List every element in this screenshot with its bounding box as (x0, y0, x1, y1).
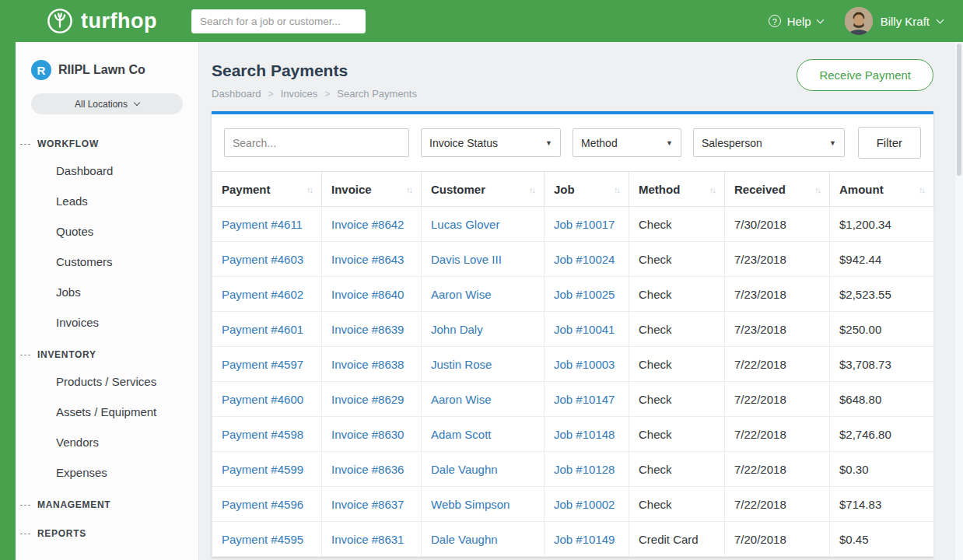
customer-link[interactable]: Webb Simpson (431, 498, 510, 511)
payment-link[interactable]: Payment #4602 (222, 288, 303, 301)
invoice-status-select[interactable]: Invoice Status ▼ (421, 128, 561, 157)
cell-customer: Aaron Wise (422, 277, 545, 312)
column-label: Payment (222, 183, 271, 196)
method-select[interactable]: Method ▼ (573, 128, 681, 157)
cell-job: Job #10002 (545, 487, 629, 522)
payment-link[interactable]: Payment #4600 (222, 393, 303, 406)
customer-link[interactable]: Davis Love III (431, 253, 502, 266)
sidebar-item-jobs[interactable]: Jobs (16, 277, 198, 307)
invoice-link[interactable]: Invoice #8642 (331, 218, 404, 231)
cell-job: Job #10149 (545, 522, 629, 557)
customer-link[interactable]: Dale Vaughn (431, 533, 498, 546)
cell-payment: Payment #4597 (212, 347, 322, 382)
job-link[interactable]: Job #10025 (554, 288, 615, 301)
cell-received: 7/22/2018 (725, 382, 830, 417)
invoice-link[interactable]: Invoice #8629 (331, 393, 404, 406)
invoice-link[interactable]: Invoice #8630 (331, 428, 404, 441)
filter-search-input[interactable] (224, 128, 409, 157)
cell-customer: Dale Vaughn (422, 522, 545, 557)
payment-link[interactable]: Payment #4599 (222, 463, 303, 476)
customer-link[interactable]: Adam Scott (431, 428, 492, 441)
sidebar-item-quotes[interactable]: Quotes (16, 216, 198, 247)
job-link[interactable]: Job #10024 (554, 253, 615, 266)
job-link[interactable]: Job #10041 (554, 323, 615, 336)
sidebar-item-invoices[interactable]: Invoices (16, 307, 198, 338)
salesperson-select[interactable]: Salesperson ▼ (693, 128, 845, 157)
filters-row: Invoice Status ▼ Method ▼ Salesperson ▼ … (212, 114, 933, 171)
column-label: Invoice (331, 183, 372, 196)
dropdown-arrow-icon: ▼ (545, 139, 552, 147)
breadcrumb-item[interactable]: Invoices (281, 88, 318, 100)
payment-link[interactable]: Payment #4598 (222, 428, 303, 441)
job-link[interactable]: Job #10003 (554, 358, 615, 371)
locations-selector[interactable]: All Locations (31, 93, 183, 114)
topbar: turfhop ? Help Billy Kraft (0, 0, 963, 42)
payment-link[interactable]: Payment #4611 (222, 218, 303, 231)
logo-text: turfhop (81, 9, 157, 33)
customer-link[interactable]: Aaron Wise (431, 288, 492, 301)
company-logo: R (31, 60, 51, 80)
cell-received: 7/20/2018 (725, 522, 830, 557)
breadcrumb-item: Search Payments (337, 88, 417, 100)
column-label: Amount (839, 183, 884, 196)
sidebar-item-customers[interactable]: Customers (16, 247, 198, 277)
payment-link[interactable]: Payment #4596 (222, 498, 303, 511)
customer-link[interactable]: Lucas Glover (431, 218, 499, 231)
column-header-payment[interactable]: ↑↓Payment (212, 172, 322, 207)
invoice-link[interactable]: Invoice #8639 (331, 323, 404, 336)
column-header-customer[interactable]: ↑↓Customer (422, 172, 545, 207)
customer-link[interactable]: Dale Vaughn (431, 463, 498, 476)
payment-link[interactable]: Payment #4603 (222, 253, 303, 266)
help-menu[interactable]: ? Help (769, 15, 823, 28)
column-header-invoice[interactable]: ↑↓Invoice (322, 172, 422, 207)
job-link[interactable]: Job #10128 (554, 463, 615, 476)
scrollbar[interactable] (955, 42, 963, 560)
sidebar-item-dashboard[interactable]: Dashboard (16, 156, 198, 186)
breadcrumb-item[interactable]: Dashboard (212, 88, 261, 100)
invoice-link[interactable]: Invoice #8631 (331, 533, 404, 546)
column-header-received[interactable]: ↑↓Received (725, 172, 830, 207)
table-row: Payment #4597Invoice #8638Justin RoseJob… (212, 347, 934, 382)
global-search-input[interactable] (191, 9, 366, 33)
sort-icon: ↑↓ (919, 185, 924, 194)
sidebar-item-assets-equipment[interactable]: Assets / Equipment (16, 397, 198, 427)
job-link[interactable]: Job #10002 (554, 498, 615, 511)
invoice-link[interactable]: Invoice #8640 (331, 288, 404, 301)
column-header-amount[interactable]: ↑↓Amount (830, 172, 934, 207)
payment-link[interactable]: Payment #4601 (222, 323, 303, 336)
cell-received: 7/23/2018 (725, 277, 830, 312)
cell-method: Check (629, 207, 725, 242)
locations-label: All Locations (75, 99, 128, 110)
logo[interactable]: turfhop (47, 8, 157, 34)
customer-link[interactable]: John Daly (431, 323, 483, 336)
customer-link[interactable]: Aaron Wise (431, 393, 492, 406)
job-link[interactable]: Job #10149 (554, 533, 615, 546)
cell-amount: $3,708.73 (830, 347, 934, 382)
job-link[interactable]: Job #10148 (554, 428, 615, 441)
invoice-link[interactable]: Invoice #8638 (331, 358, 404, 371)
sidebar-item-vendors[interactable]: Vendors (16, 427, 198, 457)
sidebar-item-leads[interactable]: Leads (16, 186, 198, 216)
invoice-link[interactable]: Invoice #8643 (331, 253, 404, 266)
job-link[interactable]: Job #10147 (554, 393, 615, 406)
left-accent-strip (0, 42, 16, 560)
column-header-method[interactable]: ↑↓Method (629, 172, 725, 207)
user-menu[interactable]: Billy Kraft (845, 7, 943, 35)
filter-button[interactable]: Filter (858, 127, 921, 159)
table-header: ↑↓Payment↑↓Invoice↑↓Customer↑↓Job↑↓Metho… (212, 172, 934, 207)
chevron-down-icon (937, 16, 944, 23)
sidebar-nav: WORKFLOWDashboardLeadsQuotesCustomersJob… (16, 127, 198, 545)
invoice-link[interactable]: Invoice #8636 (331, 463, 404, 476)
payment-link[interactable]: Payment #4595 (222, 533, 303, 546)
column-header-job[interactable]: ↑↓Job (545, 172, 629, 207)
scrollbar-thumb[interactable] (957, 44, 961, 176)
invoice-link[interactable]: Invoice #8637 (331, 498, 404, 511)
sidebar-item-expenses[interactable]: Expenses (16, 457, 198, 488)
job-link[interactable]: Job #10017 (554, 218, 615, 231)
sort-icon: ↑↓ (529, 185, 534, 194)
receive-payment-button[interactable]: Receive Payment (797, 59, 933, 91)
sidebar-item-products-services[interactable]: Products / Services (16, 366, 198, 397)
payment-link[interactable]: Payment #4597 (222, 358, 303, 371)
customer-link[interactable]: Justin Rose (431, 358, 492, 371)
cell-payment: Payment #4599 (212, 452, 322, 487)
